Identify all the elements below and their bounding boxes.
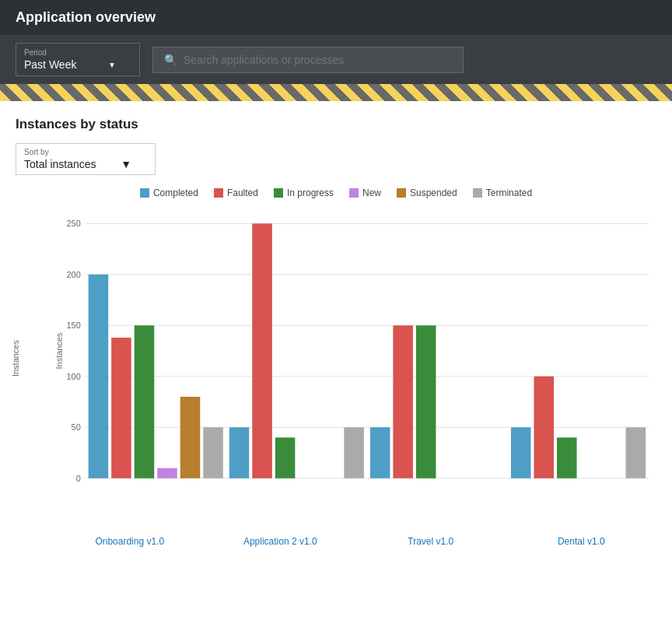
legend-item-completed: Completed — [140, 187, 198, 198]
bar-Application 2 v1.0-in_progress[interactable] — [275, 437, 296, 478]
bar-Travel v1.0-completed[interactable] — [370, 427, 390, 478]
svg-text:200: 200 — [67, 270, 81, 279]
legend-item-suspended: Suspended — [397, 187, 457, 198]
legend-color-in_progress — [274, 188, 283, 198]
sort-label: Sort by — [24, 148, 131, 156]
legend-color-suspended — [397, 188, 406, 198]
bar-Onboarding v1.0-terminated[interactable] — [203, 427, 223, 478]
legend-label-faulted: Faulted — [227, 187, 258, 198]
legend-item-terminated: Terminated — [473, 187, 532, 198]
bar-Travel v1.0-in_progress[interactable] — [416, 325, 436, 478]
bar-Onboarding v1.0-new[interactable] — [157, 468, 177, 478]
period-label: Period — [24, 48, 116, 57]
x-label-Dental v1.0[interactable]: Dental v1.0 — [506, 536, 657, 547]
svg-text:0: 0 — [76, 474, 81, 483]
legend-item-in_progress: In progress — [274, 187, 334, 198]
chart-area: Instances 050100150200250Instances — [16, 211, 656, 533]
chevron-down-icon: ▼ — [121, 158, 131, 170]
bar-Travel v1.0-faulted[interactable] — [393, 325, 413, 478]
period-value: Past Week ▼ — [24, 58, 116, 71]
bar-Onboarding v1.0-completed[interactable] — [89, 275, 109, 478]
svg-text:Instances: Instances — [54, 332, 64, 369]
legend: CompletedFaultedIn progressNewSuspendedT… — [16, 187, 656, 198]
legend-label-terminated: Terminated — [486, 187, 532, 198]
toolbar: Period Past Week ▼ 🔍 — [0, 35, 672, 84]
main-content: Instances by status Sort by Total instan… — [0, 101, 672, 627]
legend-color-terminated — [473, 188, 482, 198]
banner — [0, 84, 672, 101]
bar-Dental v1.0-in_progress[interactable] — [557, 437, 577, 478]
bar-Dental v1.0-completed[interactable] — [511, 427, 531, 478]
legend-label-suspended: Suspended — [410, 187, 457, 198]
section-title: Instances by status — [16, 117, 656, 132]
bar-chart: 050100150200250Instances — [54, 211, 656, 506]
bar-Dental v1.0-faulted[interactable] — [534, 377, 554, 478]
bar-Onboarding v1.0-suspended[interactable] — [180, 397, 201, 478]
legend-color-faulted — [214, 188, 223, 198]
svg-text:250: 250 — [67, 219, 81, 228]
svg-text:50: 50 — [72, 422, 81, 432]
chevron-down-icon: ▼ — [108, 61, 116, 69]
x-label-Application 2 v1.0[interactable]: Application 2 v1.0 — [205, 536, 356, 547]
legend-item-new: New — [349, 187, 381, 198]
legend-color-new — [349, 188, 359, 198]
sort-value: Total instances ▼ — [24, 158, 131, 170]
sort-dropdown[interactable]: Sort by Total instances ▼ — [16, 143, 156, 175]
legend-item-faulted: Faulted — [214, 187, 258, 198]
search-input[interactable] — [184, 54, 452, 66]
x-label-Onboarding v1.0[interactable]: Onboarding v1.0 — [54, 536, 205, 547]
svg-text:150: 150 — [67, 321, 81, 330]
bar-Application 2 v1.0-terminated[interactable] — [344, 427, 364, 478]
y-axis-label: Instances — [11, 340, 20, 377]
legend-label-new: New — [362, 187, 381, 198]
bar-Application 2 v1.0-completed[interactable] — [229, 427, 250, 478]
search-icon: 🔍 — [164, 54, 177, 66]
x-label-Travel v1.0[interactable]: Travel v1.0 — [355, 536, 506, 547]
page-title: Application overview — [16, 9, 156, 25]
legend-label-in_progress: In progress — [287, 187, 334, 198]
bar-Onboarding v1.0-faulted[interactable] — [111, 338, 131, 478]
search-box[interactable]: 🔍 — [152, 47, 464, 73]
period-dropdown[interactable]: Period Past Week ▼ — [16, 43, 140, 76]
legend-color-completed — [140, 188, 149, 198]
bar-Dental v1.0-terminated[interactable] — [626, 427, 646, 478]
legend-label-completed: Completed — [153, 187, 198, 198]
bar-Onboarding v1.0-in_progress[interactable] — [135, 325, 155, 478]
header: Application overview — [0, 0, 672, 35]
bar-Application 2 v1.0-faulted[interactable] — [252, 223, 272, 478]
x-labels: Onboarding v1.0Application 2 v1.0Travel … — [16, 536, 656, 547]
svg-text:100: 100 — [67, 372, 81, 381]
